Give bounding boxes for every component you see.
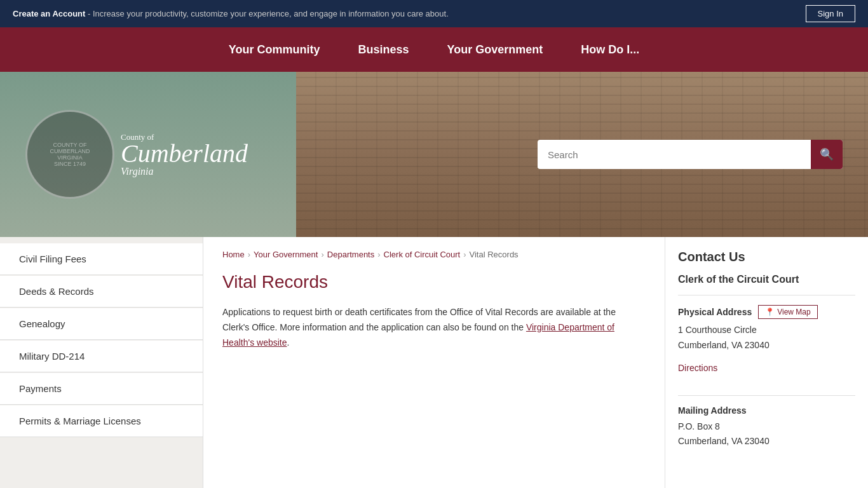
nav-item-your-community[interactable]: Your Community	[229, 37, 320, 63]
nav-item-how-do-i[interactable]: How Do I...	[581, 37, 639, 63]
mailing-line-1: P.O. Box 8	[678, 419, 855, 435]
hero-section: COUNTY OFCUMBERLANDVIRGINIASINCE 1749 Co…	[0, 72, 868, 237]
mailing-address-label: Mailing Address	[678, 405, 855, 416]
breadcrumb: Home › Your Government › Departments › C…	[222, 250, 646, 259]
page-title: Vital Records	[222, 272, 646, 292]
breadcrumb-your-government[interactable]: Your Government	[254, 250, 318, 259]
county-seal: COUNTY OFCUMBERLANDVIRGINIASINCE 1749	[25, 110, 114, 199]
directions-link[interactable]: Directions	[678, 363, 717, 373]
nav-item-business[interactable]: Business	[358, 37, 409, 63]
sign-in-button[interactable]: Sign In	[806, 5, 855, 22]
search-input[interactable]	[538, 142, 811, 168]
search-icon: 🔍	[820, 147, 834, 161]
breadcrumb-sep-2: ›	[321, 250, 323, 259]
breadcrumb-current: Vital Records	[470, 250, 519, 259]
breadcrumb-sep-4: ›	[463, 250, 466, 259]
content-area: Home › Your Government › Departments › C…	[203, 237, 665, 488]
contact-section-title: Clerk of the Circuit Court	[678, 274, 855, 285]
sidebar-item-deeds-records[interactable]: Deeds & Records	[0, 276, 203, 308]
page-description: Applications to request birth or death c…	[222, 305, 642, 350]
logo-area: COUNTY OFCUMBERLANDVIRGINIASINCE 1749 Co…	[25, 110, 248, 199]
physical-address-label: Physical Address 📍 View Map	[678, 305, 855, 319]
search-box: 🔍	[538, 140, 843, 169]
banner-message: Create an Account - Increase your produc…	[13, 9, 449, 18]
view-map-button[interactable]: 📍 View Map	[758, 305, 817, 319]
cumberland-label: Cumberland	[121, 141, 248, 166]
mailing-line-2: Cumberland, VA 23040	[678, 434, 855, 449]
banner-text: - Increase your productivity, customize …	[85, 9, 448, 18]
contact-panel: Contact Us Clerk of the Circuit Court Ph…	[665, 237, 868, 488]
breadcrumb-home[interactable]: Home	[222, 250, 245, 259]
sidebar-item-genealogy[interactable]: Genealogy	[0, 308, 203, 340]
virginia-label: Virginia	[121, 166, 248, 177]
address-line-1: 1 Courthouse Circle	[678, 323, 855, 338]
breadcrumb-sep-1: ›	[248, 250, 250, 259]
nav-item-your-government[interactable]: Your Government	[447, 37, 543, 63]
top-banner: Create an Account - Increase your produc…	[0, 0, 868, 27]
description-end: .	[287, 337, 290, 348]
contact-title: Contact Us	[678, 250, 855, 264]
address-line-2: Cumberland, VA 23040	[678, 338, 855, 353]
mailing-address: P.O. Box 8 Cumberland, VA 23040	[678, 419, 855, 450]
main-container: Civil Filing Fees Deeds & Records Geneal…	[0, 237, 868, 488]
contact-divider-1	[678, 295, 855, 295]
sidebar-item-permits-marriage-licenses[interactable]: Permits & Marriage Licenses	[0, 405, 203, 437]
sidebar-item-civil-filing-fees[interactable]: Civil Filing Fees	[0, 243, 203, 275]
left-sidebar: Civil Filing Fees Deeds & Records Geneal…	[0, 237, 203, 488]
physical-address: 1 Courthouse Circle Cumberland, VA 23040	[678, 323, 855, 353]
main-nav: Your Community Business Your Government …	[0, 27, 868, 72]
search-area: 🔍	[538, 140, 843, 169]
sidebar-item-payments[interactable]: Payments	[0, 373, 203, 405]
hero-content: COUNTY OFCUMBERLANDVIRGINIASINCE 1749 Co…	[0, 110, 868, 199]
contact-divider-2	[678, 395, 855, 396]
breadcrumb-sep-3: ›	[377, 250, 380, 259]
map-pin-icon: 📍	[765, 308, 775, 316]
breadcrumb-departments[interactable]: Departments	[327, 250, 374, 259]
county-logo-text: County of Cumberland Virginia	[121, 133, 248, 177]
search-button[interactable]: 🔍	[811, 140, 843, 169]
sidebar-item-military-dd214[interactable]: Military DD-214	[0, 341, 203, 372]
create-account-link[interactable]: Create an Account	[13, 9, 85, 18]
breadcrumb-clerk-circuit-court[interactable]: Clerk of Circuit Court	[384, 250, 461, 259]
nav-links: Your Community Business Your Government …	[229, 37, 639, 63]
seal-text: COUNTY OFCUMBERLANDVIRGINIASINCE 1749	[46, 139, 93, 170]
